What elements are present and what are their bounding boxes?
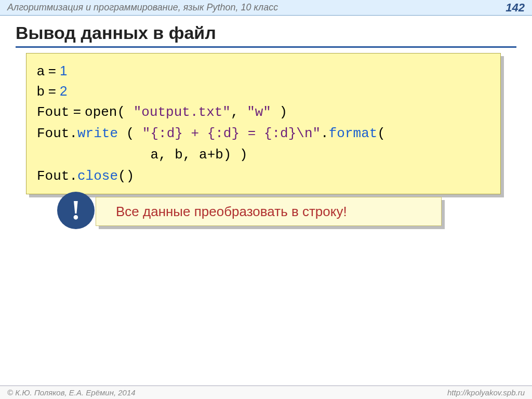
code-line-1: a = 1 xyxy=(37,63,68,78)
code-line-4: Fout.write ( "{:d} + {:d} = {:d}\n".form… xyxy=(37,125,385,140)
page-title: Вывод данных в файл xyxy=(16,23,516,48)
code-line-3: Fout = open( "output.txt", "w" ) xyxy=(37,103,287,119)
exclamation-icon: ! xyxy=(57,192,95,229)
footer: © К.Ю. Поляков, Е.А. Ерёмин, 2014 http:/… xyxy=(0,385,532,399)
code-content: a = 1 b = 2 Fout = open( "output.txt", "… xyxy=(26,53,501,194)
code-line-6: Fout.close() xyxy=(37,167,134,183)
topbar: Алгоритмизация и программирование, язык … xyxy=(0,0,532,16)
callout: Все данные преобразовать в строку! ! xyxy=(57,195,442,226)
code-line-2: b = 2 xyxy=(37,83,68,99)
subject-text: Алгоритмизация и программирование, язык … xyxy=(7,2,278,13)
code-line-5: a, b, a+b) ) xyxy=(37,147,248,163)
slide: Алгоритмизация и программирование, язык … xyxy=(0,0,532,399)
page-number: 142 xyxy=(506,1,525,15)
callout-bar: Все данные преобразовать в строку! xyxy=(96,197,442,226)
code-block: a = 1 b = 2 Fout = open( "output.txt", "… xyxy=(26,53,501,194)
footer-url: http://kpolyakov.spb.ru xyxy=(447,388,525,397)
callout-text: Все данные преобразовать в строку! xyxy=(116,204,347,220)
copyright-text: © К.Ю. Поляков, Е.А. Ерёмин, 2014 xyxy=(7,388,136,397)
